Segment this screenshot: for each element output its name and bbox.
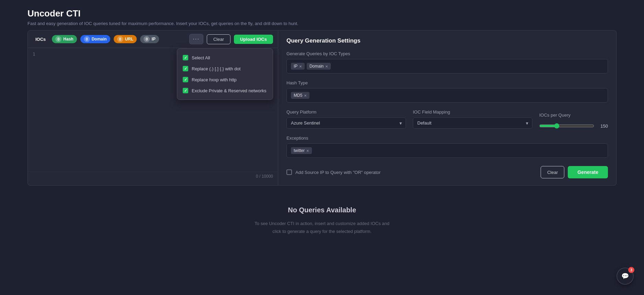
select-all-label: Select All	[192, 55, 210, 60]
chat-badge: 3	[628, 267, 634, 273]
ioc-field-mapping-col: IOC Field Mapping Default Custom	[413, 109, 532, 129]
replace-hxxp-label: Replace hxxp with http	[192, 77, 237, 82]
tag-twitter-remove[interactable]: ×	[306, 149, 309, 153]
hash-type-section: Hash Type MD5 ×	[286, 80, 608, 103]
tag-twitter-label: twitter	[294, 148, 305, 153]
clear-ioc-button[interactable]: Clear	[207, 34, 230, 44]
no-queries-title: No Queries Available	[7, 206, 637, 214]
badge-ip[interactable]: 0 IP	[140, 35, 159, 43]
ip-count: 0	[144, 36, 150, 42]
iocs-per-query-col: IOCs per Query 150	[539, 113, 608, 129]
dropdown-replace-dots[interactable]: Replace (.) [.] {.} with dot	[177, 63, 273, 74]
query-platform-select[interactable]: Azure Sentinel Splunk QRadar Elastic Mic…	[286, 117, 406, 129]
dropdown-select-all[interactable]: Select All	[177, 52, 273, 63]
domain-label: Domain	[92, 37, 107, 42]
exceptions-label: Exceptions	[286, 135, 608, 141]
iocs-per-query-row: 150	[539, 123, 608, 129]
chat-icon: 💬	[621, 272, 629, 280]
options-dropdown: Select All Replace (.) [.] {.} with dot …	[177, 48, 273, 100]
app-subtitle: Fast and easy generation of IOC queries …	[27, 21, 617, 26]
dropdown-replace-hxxp[interactable]: Replace hxxp with http	[177, 74, 273, 85]
tag-ip: IP ×	[291, 63, 305, 70]
badge-hash[interactable]: 0 Hash	[52, 35, 77, 43]
tag-ip-label: IP	[294, 64, 297, 69]
query-platform-label: Query Platform	[286, 109, 406, 115]
ioc-tab[interactable]: IOCs	[33, 35, 48, 43]
select-all-checkbox[interactable]	[183, 55, 188, 60]
clear-settings-button[interactable]: Clear	[541, 166, 564, 178]
tag-domain-label: Domain	[309, 64, 324, 69]
exclude-private-label: Exclude Private & Reserved networks	[192, 88, 266, 93]
settings-title: Query Generation Settings	[286, 37, 608, 44]
tag-md5: MD5 ×	[291, 92, 309, 99]
ioc-types-section: Generate Queries by IOC Types IP × Domai…	[286, 51, 608, 73]
platform-row: Query Platform Azure Sentinel Splunk QRa…	[286, 109, 608, 129]
generate-button[interactable]: Generate	[568, 166, 608, 178]
app-title: Uncoder CTI	[27, 8, 617, 19]
chat-button[interactable]: 💬 3	[617, 268, 634, 285]
add-source-ip-checkbox[interactable]	[286, 169, 292, 175]
ioc-field-mapping-select[interactable]: Default Custom	[413, 117, 532, 129]
footer-buttons: Clear Generate	[541, 166, 608, 178]
iocs-per-query-slider[interactable]	[539, 123, 594, 129]
ioc-counter: 0 / 10000	[28, 172, 278, 181]
no-queries-subtitle-1: To see Uncoder CTI in action, insert and…	[7, 220, 637, 236]
hash-label: Hash	[63, 37, 73, 42]
query-platform-col: Query Platform Azure Sentinel Splunk QRa…	[286, 109, 406, 129]
replace-dots-checkbox[interactable]	[183, 66, 188, 71]
ioc-field-mapping-label: IOC Field Mapping	[413, 109, 532, 115]
tag-domain-remove[interactable]: ×	[325, 64, 328, 69]
options-button[interactable]: ···	[189, 34, 203, 44]
upload-iocs-button[interactable]: Upload IOCs	[234, 35, 273, 44]
tag-md5-label: MD5	[294, 93, 302, 98]
ioc-types-input[interactable]: IP × Domain ×	[286, 59, 608, 73]
query-platform-wrapper: Azure Sentinel Splunk QRadar Elastic Mic…	[286, 117, 406, 129]
ioc-panel: IOCs 0 Hash 0 Domain 0 URL 0 IP ··· Clea…	[27, 30, 278, 186]
url-label: URL	[125, 37, 134, 42]
ioc-field-mapping-wrapper: Default Custom	[413, 117, 532, 129]
replace-dots-label: Replace (.) [.] {.} with dot	[192, 66, 240, 71]
domain-count: 0	[84, 36, 90, 42]
add-source-ip-row: Add Source IP to Query with "OR" operato…	[286, 169, 381, 175]
settings-footer: Add Source IP to Query with "OR" operato…	[286, 166, 608, 178]
ioc-types-label: Generate Queries by IOC Types	[286, 51, 608, 56]
replace-hxxp-checkbox[interactable]	[183, 77, 188, 82]
badge-url[interactable]: 0 URL	[114, 35, 137, 43]
iocs-per-query-label: IOCs per Query	[539, 113, 608, 118]
exceptions-input[interactable]: twitter ×	[286, 143, 608, 158]
app-header: Uncoder CTI Fast and easy generation of …	[0, 0, 644, 30]
exclude-private-checkbox[interactable]	[183, 88, 188, 93]
iocs-per-query-value: 150	[598, 123, 608, 129]
no-queries-section: No Queries Available To see Uncoder CTI …	[0, 186, 644, 256]
ip-label: IP	[151, 37, 155, 42]
tag-md5-remove[interactable]: ×	[304, 93, 307, 98]
main-content: IOCs 0 Hash 0 Domain 0 URL 0 IP ··· Clea…	[0, 30, 644, 186]
tag-twitter: twitter ×	[291, 147, 312, 154]
dropdown-exclude-private[interactable]: Exclude Private & Reserved networks	[177, 85, 273, 96]
badge-domain[interactable]: 0 Domain	[80, 35, 110, 43]
hash-type-input[interactable]: MD5 ×	[286, 88, 608, 103]
ioc-panel-header: IOCs 0 Hash 0 Domain 0 URL 0 IP ··· Clea…	[28, 31, 278, 48]
tag-domain: Domain ×	[307, 63, 331, 70]
hash-type-label: Hash Type	[286, 80, 608, 85]
exceptions-section: Exceptions twitter ×	[286, 135, 608, 158]
url-count: 0	[117, 36, 123, 42]
tag-ip-remove[interactable]: ×	[299, 64, 302, 69]
line-numbers: 1	[33, 51, 39, 168]
settings-panel: Query Generation Settings Generate Queri…	[278, 30, 617, 186]
hash-count: 0	[55, 36, 61, 42]
add-source-ip-label: Add Source IP to Query with "OR" operato…	[295, 170, 381, 175]
